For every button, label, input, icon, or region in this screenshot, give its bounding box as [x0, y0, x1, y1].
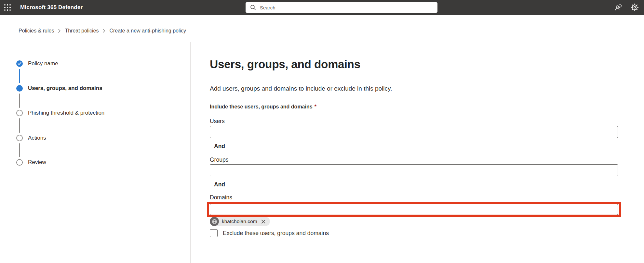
globe-icon	[210, 217, 219, 226]
step-label: Actions	[28, 135, 46, 141]
search-icon	[250, 5, 256, 10]
chevron-right-icon	[102, 29, 105, 33]
groups-input[interactable]	[210, 164, 618, 176]
step-connector	[19, 94, 20, 108]
global-search	[246, 2, 437, 13]
domain-chip: khatchoian.com	[210, 217, 270, 226]
wizard-step-users-groups-domains[interactable]: Users, groups, and domains	[16, 85, 102, 92]
breadcrumb-policies-rules[interactable]: Policies & rules	[19, 28, 54, 34]
and-separator: And	[214, 143, 225, 150]
exclude-checkbox[interactable]	[210, 229, 218, 237]
step-empty-dot-icon	[16, 159, 23, 166]
step-empty-dot-icon	[16, 135, 23, 141]
gear-icon[interactable]	[630, 3, 639, 12]
step-connector	[19, 69, 20, 83]
step-label: Phishing threshold & protection	[28, 110, 104, 116]
feedback-icon[interactable]	[614, 3, 623, 12]
page-title: Users, groups, and domains	[210, 58, 360, 71]
groups-field-label: Groups	[210, 157, 228, 163]
page-description: Add users, groups and domains to include…	[210, 85, 392, 92]
breadcrumb: Policies & rules Threat policies Create …	[19, 28, 186, 34]
exclude-checkbox-label[interactable]: Exclude these users, groups and domains	[223, 230, 329, 237]
app-title: Microsoft 365 Defender	[20, 0, 83, 15]
breadcrumb-current-page: Create a new anti-phishing policy	[109, 28, 186, 34]
step-completed-check-icon	[16, 60, 23, 67]
users-field-label: Users	[210, 118, 225, 125]
step-empty-dot-icon	[16, 110, 23, 116]
breadcrumb-threat-policies[interactable]: Threat policies	[65, 28, 99, 34]
step-label: Users, groups, and domains	[28, 85, 102, 92]
wizard-step-phishing-threshold[interactable]: Phishing threshold & protection	[16, 110, 104, 116]
domain-chip-text: khatchoian.com	[222, 219, 257, 224]
domains-field-label: Domains	[210, 194, 232, 201]
include-section-label: Include these users, groups and domains*	[210, 104, 316, 110]
step-label: Review	[28, 159, 46, 166]
wizard-step-policy-name[interactable]: Policy name	[16, 60, 58, 67]
exclude-checkbox-row: Exclude these users, groups and domains	[210, 229, 329, 237]
app-launcher-icon[interactable]	[3, 3, 12, 12]
app-header: Microsoft 365 Defender	[0, 0, 644, 15]
domains-input[interactable]	[210, 204, 618, 215]
domain-chip-row: khatchoian.com	[210, 217, 270, 226]
step-connector	[19, 143, 20, 157]
page: Microsoft 365 Defender	[0, 0, 644, 263]
required-asterisk: *	[315, 104, 316, 109]
wizard-step-review[interactable]: Review	[16, 159, 46, 166]
main-panel: Users, groups, and domains Add users, gr…	[210, 42, 633, 263]
chip-remove-icon[interactable]	[261, 219, 266, 224]
and-separator: And	[214, 181, 225, 188]
users-input[interactable]	[210, 126, 618, 138]
step-label: Policy name	[28, 60, 58, 67]
step-connector	[19, 118, 20, 133]
wizard-step-actions[interactable]: Actions	[16, 135, 46, 141]
sidebar-divider	[190, 42, 191, 263]
step-current-dot-icon	[16, 85, 23, 92]
chevron-right-icon	[58, 29, 61, 33]
search-input[interactable]	[259, 2, 434, 13]
